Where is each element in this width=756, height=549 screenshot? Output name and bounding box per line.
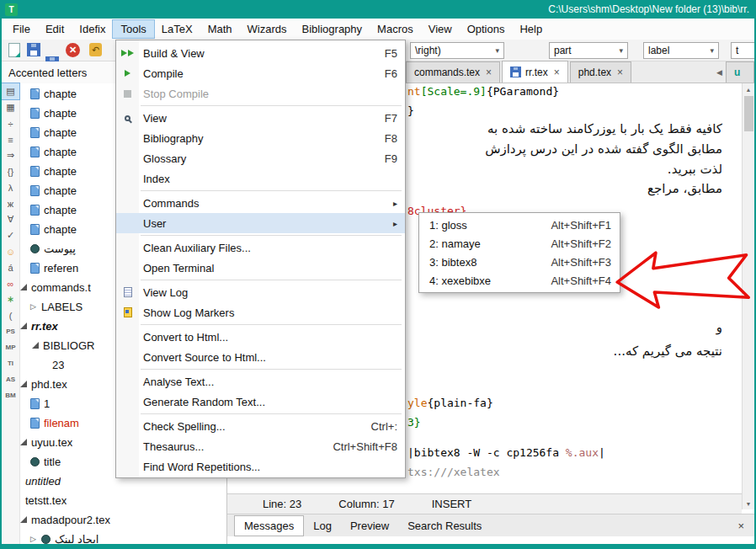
menu-item-commands[interactable]: Commands▸ (116, 193, 405, 213)
menu-item-analyse-text[interactable]: Analyse Text... (116, 371, 405, 392)
menu-macros[interactable]: Macros (370, 20, 421, 38)
tree-item-label: title (44, 456, 61, 468)
menu-file[interactable]: File (5, 20, 38, 38)
log-panel-icon[interactable]: ▦ (2, 99, 19, 115)
expander-closed-icon[interactable]: ▷ (30, 535, 39, 543)
brackets-icon[interactable]: ( (2, 307, 19, 323)
menu-item-view-log[interactable]: View Log (116, 282, 405, 302)
menu-item-index[interactable]: Index (116, 168, 405, 189)
menu-item-find-word-repetitions[interactable]: Find Word Repetitions... (116, 456, 405, 477)
tikz-icon[interactable]: TI (2, 355, 19, 371)
scroll-down-icon[interactable]: ▼ (743, 498, 754, 509)
tab-rr-tex[interactable]: rr.tex × (502, 61, 568, 83)
menu-item-convert-source-to-html[interactable]: Convert Source to Html... (116, 347, 405, 367)
delimiters-icon[interactable]: {} (2, 163, 19, 179)
tab-log[interactable]: Log (304, 516, 341, 536)
menu-item-open-terminal[interactable]: Open Terminal (116, 258, 405, 278)
menu-item-convert-to-html[interactable]: Convert to Html... (116, 327, 405, 347)
asterisk-icon[interactable]: ∗ (2, 291, 19, 307)
menu-item-bibliography[interactable]: BibliographyF8 (116, 128, 405, 148)
structure-icon[interactable]: ▤ (2, 83, 19, 99)
close-icon[interactable]: × (554, 67, 560, 78)
menu-item-glossary[interactable]: GlossaryF9 (116, 148, 405, 168)
menu-item-show-log-markers[interactable]: Show Log Markers (116, 302, 405, 322)
metapost-icon[interactable]: MP (2, 339, 19, 355)
smiley-icon[interactable]: ☺ (2, 243, 19, 259)
tab-messages[interactable]: Messages (234, 515, 304, 536)
dropdown-value: label (648, 45, 669, 56)
scroll-up-icon[interactable]: ▲ (743, 83, 754, 95)
expander-open-icon[interactable] (32, 342, 39, 349)
tab-phd-tex[interactable]: phd.tex × (570, 61, 631, 83)
menu-tools[interactable]: Tools (113, 20, 153, 38)
tree-item-label: phd.tex (31, 378, 67, 391)
expander-open-icon[interactable] (20, 439, 27, 445)
submenu-item-namaye[interactable]: 2: namayeAlt+Shift+F2 (419, 234, 620, 253)
expander-open-icon[interactable] (20, 516, 27, 523)
menu-options[interactable]: Options (460, 20, 513, 38)
menu-idefix[interactable]: Idefix (72, 20, 113, 38)
scrollbar-thumb[interactable] (744, 96, 753, 131)
menu-item-view[interactable]: ViewF7 (116, 108, 405, 128)
infinity-icon[interactable]: ∞ (2, 275, 19, 291)
asymptote-icon[interactable]: AS (2, 371, 19, 387)
close-icon[interactable]: × (737, 520, 754, 532)
menu-item-compile[interactable]: CompileF6 (116, 63, 405, 83)
menu-item-user[interactable]: User▸ (116, 213, 405, 233)
window-border-bottom (0, 544, 756, 549)
menu-item-check-spelling[interactable]: Check Spelling...Ctrl+: (116, 416, 405, 436)
menu-math[interactable]: Math (200, 20, 240, 38)
tab-preview[interactable]: Preview (341, 516, 398, 536)
menu-view[interactable]: View (421, 20, 460, 38)
expander-open-icon[interactable] (20, 322, 27, 329)
arrows-icon[interactable]: ⇒ (2, 147, 19, 163)
menu-item-build-and-view[interactable]: Build & ViewF5 (116, 43, 405, 63)
menu-item-thesaurus[interactable]: Thesaurus...Ctrl+Shift+F8 (116, 436, 405, 456)
menu-edit[interactable]: Edit (38, 20, 72, 38)
menu-wizards[interactable]: Wizards (240, 20, 295, 38)
greek-icon[interactable]: λ (2, 179, 19, 195)
menu-separator (141, 280, 402, 280)
menu-item-label: 1: gloss (429, 219, 467, 232)
submenu-item-gloss[interactable]: 1: glossAlt+Shift+F1 (419, 216, 620, 234)
menu-latex[interactable]: LaTeX (154, 20, 200, 38)
expander-closed-icon[interactable]: ▷ (30, 302, 39, 311)
submenu-item-xexebibxe[interactable]: 4: xexebibxeAlt+Shift+F4 (419, 271, 620, 290)
relations-icon[interactable]: ≡ (2, 131, 19, 147)
new-document-icon[interactable] (8, 43, 20, 57)
tree-item-label: referen (44, 262, 78, 274)
math-misc-icon[interactable]: ∀ (2, 211, 19, 227)
tree-item-madadpour[interactable]: madadpour2.tex (19, 510, 226, 529)
tree-item-tetstt[interactable]: tetstt.tex (19, 491, 226, 509)
tab-partial[interactable]: u (726, 61, 754, 83)
tab-commands-tex[interactable]: commands.tex × (406, 61, 500, 83)
cyrillic-icon[interactable]: ж (2, 195, 19, 211)
expander-open-icon[interactable] (20, 381, 27, 387)
menu-item-generate-random-text[interactable]: Generate Random Text... (116, 392, 405, 412)
label-dropdown[interactable]: label ▾ (643, 42, 719, 59)
text-style-dropdown[interactable]: t (731, 42, 756, 59)
undo-icon[interactable]: ↶ (89, 43, 102, 56)
pstricks-icon[interactable]: PS (2, 323, 19, 339)
submenu-item-bibtex8[interactable]: 3: bibtex8Alt+Shift+F3 (419, 253, 620, 271)
close-document-icon[interactable]: ✕ (66, 43, 80, 57)
accents-icon[interactable]: á (2, 259, 19, 275)
tab-search-results[interactable]: Search Results (398, 516, 491, 536)
save-icon[interactable] (27, 43, 40, 56)
editor-scrollbar[interactable]: ▲ ▼ (742, 83, 754, 509)
tab-scroll-left-icon[interactable]: ◀ (713, 68, 726, 77)
close-icon[interactable]: × (617, 67, 623, 78)
math-delimiter-dropdown[interactable]: \right) ▾ (410, 42, 504, 59)
tree-item-label: chapte (44, 88, 77, 100)
close-icon[interactable]: × (486, 67, 492, 78)
check-symbols-icon[interactable]: ✓ (2, 227, 19, 243)
operators-icon[interactable]: ÷ (2, 115, 19, 131)
menu-bibliography[interactable]: Bibliography (295, 20, 370, 38)
beamer-icon[interactable]: BM (2, 387, 19, 403)
menu-shortcut: F5 (385, 47, 397, 60)
expander-open-icon[interactable] (20, 284, 27, 290)
menu-item-label: Show Log Markers (139, 306, 234, 319)
menu-item-clean-auxiliary-files[interactable]: Clean Auxiliary Files... (116, 237, 405, 258)
menu-help[interactable]: Help (512, 20, 550, 38)
sectioning-dropdown[interactable]: part ▾ (549, 42, 628, 59)
